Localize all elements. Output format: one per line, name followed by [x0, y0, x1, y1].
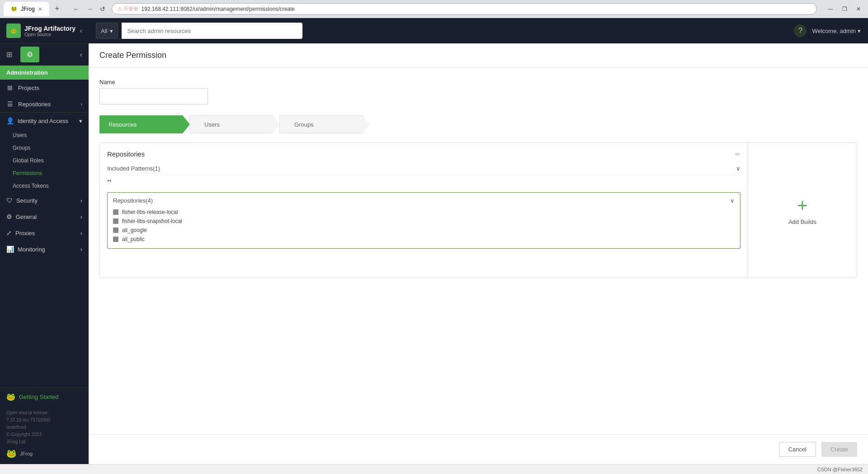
sidebar-footer: Open source license 7.37.16 rev 73716900…	[0, 406, 89, 464]
getting-started-label: Getting Started	[19, 393, 58, 400]
admin-header: Administration	[0, 66, 89, 80]
sidebar-item-security[interactable]: 🛡 Security ›	[0, 192, 89, 209]
footer-bar: Cancel Create	[89, 434, 868, 464]
repos-count: (4)	[146, 197, 153, 204]
add-builds-icon: +	[797, 195, 807, 216]
identity-arrow: ▾	[79, 118, 82, 124]
search-container: All ▾	[96, 23, 302, 39]
sidebar-item-identity-and-access[interactable]: 👤 Identity and Access ▾	[0, 112, 89, 129]
sidebar-logo: 🐸 JFrog Artifactory Open Source ‹	[0, 18, 89, 44]
getting-started-icon: 🐸	[6, 393, 15, 401]
identity-sub-nav: Users Groups Global Roles Permissions Ac…	[0, 129, 89, 192]
repo-name-2: ali_google	[122, 227, 147, 233]
repo-name-0: fisher-libs-release-local	[122, 209, 178, 215]
sidebar-item-global-roles[interactable]: Global Roles	[6, 154, 89, 167]
collapse-sidebar-button[interactable]: ‹	[74, 47, 89, 62]
name-input[interactable]	[99, 88, 208, 104]
sidebar-item-permissions[interactable]: Permissions	[6, 167, 89, 180]
repositories-box: Repositories (4) ∨ fisher-libs-release-l…	[107, 192, 741, 249]
repo-item-1: fisher-libs-snapshot-local	[113, 217, 735, 226]
repositories-label: Repositories	[18, 101, 51, 108]
sidebar-item-monitoring[interactable]: 📊 Monitoring ›	[0, 241, 89, 257]
footer-line5: JFrog Ltd	[6, 439, 25, 444]
tab-users[interactable]: Users	[189, 115, 280, 133]
tab-groups[interactable]: Groups	[279, 115, 370, 133]
monitoring-label: Monitoring	[18, 246, 45, 253]
edit-icon[interactable]: ✏	[735, 151, 741, 158]
create-button[interactable]: Create	[821, 442, 857, 457]
new-tab-button[interactable]: +	[51, 4, 63, 14]
grid-icon-button[interactable]: ⊞	[0, 47, 19, 62]
restore-button[interactable]: ❐	[839, 4, 851, 14]
active-tab[interactable]: 🐸 JFrog ×	[4, 2, 49, 16]
repo-name-3: ali_public	[122, 236, 145, 242]
add-builds-label: Add Builds	[788, 218, 816, 225]
gear-icon-button[interactable]: ⚙	[20, 47, 39, 62]
close-button[interactable]: ✕	[853, 4, 864, 14]
repositories-arrow: ›	[81, 102, 82, 107]
page-title: Create Permission	[99, 51, 857, 60]
resources-panel: Repositories ✏ Included Patterns (1) ∨ *…	[99, 142, 857, 278]
help-button[interactable]: ?	[794, 24, 807, 37]
user-menu[interactable]: Welcome, admin ▾	[812, 28, 861, 34]
pattern-value: **	[107, 177, 741, 187]
sidebar-item-projects[interactable]: ⊞ Projects	[0, 80, 89, 96]
minimize-button[interactable]: —	[824, 4, 837, 14]
repo-item-2: ali_google	[113, 226, 735, 235]
search-input[interactable]	[122, 23, 302, 39]
sidebar: 🐸 JFrog Artifactory Open Source ‹ ⊞ ⚙ ‹ …	[0, 18, 89, 464]
monitoring-arrow: ›	[80, 246, 82, 253]
tab-resources[interactable]: Resources	[99, 115, 190, 133]
tab-users-label: Users	[204, 121, 220, 128]
content-body: Name Resources Users Groups	[89, 68, 868, 434]
browser-actions: — ❐ ✕	[824, 4, 864, 14]
address-text: 192.168.42.111:8082/ui/admin/management/…	[141, 6, 295, 12]
sidebar-item-access-tokens[interactable]: Access Tokens	[6, 180, 89, 192]
app-layout: 🐸 JFrog Artifactory Open Source ‹ ⊞ ⚙ ‹ …	[0, 18, 868, 464]
repo-list: fisher-libs-release-local fisher-libs-sn…	[113, 208, 735, 244]
back-button[interactable]: ←	[70, 4, 82, 14]
access-tokens-label: Access Tokens	[13, 183, 49, 189]
sidebar-item-repositories[interactable]: ☰ Repositories ›	[0, 96, 89, 112]
builds-panel[interactable]: + Add Builds	[748, 143, 857, 278]
footer-line2: 7.37.16 rev 73716900	[6, 417, 50, 422]
footer-line3: undefined	[6, 425, 26, 430]
global-roles-label: Global Roles	[13, 157, 44, 164]
wizard-tabs: Resources Users Groups	[99, 115, 857, 133]
tab-close-button[interactable]: ×	[38, 5, 42, 13]
included-patterns: Included Patterns (1) ∨ **	[107, 163, 741, 187]
sidebar-item-general[interactable]: ⚙ General ›	[0, 209, 89, 225]
getting-started-button[interactable]: 🐸 Getting Started	[0, 388, 89, 406]
user-menu-arrow: ▾	[858, 28, 861, 34]
browser-chrome: 🐸 JFrog × + ← → ↺ ⚠ 不安全 192.168.42.111:8…	[0, 0, 868, 18]
cancel-button[interactable]: Cancel	[779, 442, 816, 457]
sidebar-item-groups[interactable]: Groups	[6, 142, 89, 154]
repositories-icon: ☰	[6, 100, 14, 108]
main-content: Create Permission Name Resources Users	[89, 43, 868, 464]
tab-groups-label: Groups	[294, 121, 314, 128]
patterns-header: Included Patterns (1) ∨	[107, 163, 741, 174]
general-icon: ⚙	[6, 213, 12, 220]
reload-button[interactable]: ↺	[97, 4, 108, 14]
footer-line4: © Copyright 2022	[6, 432, 42, 437]
sidebar-item-proxies[interactable]: ⤢ Proxies ›	[0, 225, 89, 241]
sidebar-toggle-icon[interactable]: ‹	[80, 27, 82, 35]
dropdown-arrow-icon: ▾	[110, 28, 113, 34]
search-scope-dropdown[interactable]: All ▾	[96, 23, 118, 39]
proxies-arrow: ›	[80, 230, 82, 237]
repositories-heading: Repositories	[107, 150, 145, 158]
forward-button[interactable]: →	[84, 4, 95, 14]
search-scope-label: All	[101, 28, 107, 34]
projects-label: Projects	[18, 85, 39, 91]
topbar: All ▾ ? Welcome, admin ▾	[89, 18, 868, 43]
general-label: General	[16, 213, 37, 220]
sidebar-item-users[interactable]: Users	[6, 129, 89, 142]
tab-title: JFrog	[21, 6, 35, 12]
footer-logo: 🐸 JFrog	[6, 447, 82, 460]
patterns-collapse-icon[interactable]: ∨	[736, 165, 741, 172]
security-icon: 🛡	[6, 197, 13, 204]
repos-box-label: Repositories	[113, 197, 146, 204]
repos-collapse-icon[interactable]: ∨	[730, 197, 735, 204]
address-bar[interactable]: ⚠ 不安全 192.168.42.111:8082/ui/admin/manag…	[112, 3, 817, 14]
logo-subtitle: Open Source	[24, 32, 75, 37]
